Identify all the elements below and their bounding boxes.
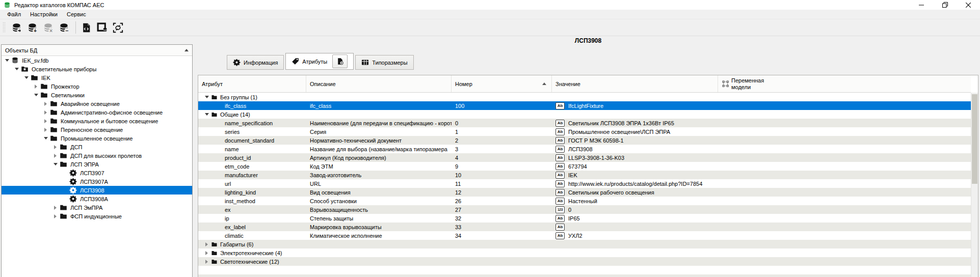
attribute-group-row[interactable]: Электротехнические (4) xyxy=(198,248,971,257)
attribute-row[interactable]: etm_codeКод ЭТМ9Ab673794 xyxy=(198,162,971,171)
database-gray-button[interactable]: × xyxy=(41,20,56,35)
tree-expander[interactable] xyxy=(52,154,59,158)
tree-item[interactable]: Аварийное освещение xyxy=(2,99,192,108)
close-button[interactable] xyxy=(957,0,980,10)
document-arrows-button[interactable] xyxy=(79,20,94,35)
text-type-icon: Ab xyxy=(555,189,565,196)
database-arrow-button[interactable] xyxy=(9,20,24,35)
group-expander[interactable] xyxy=(203,251,210,255)
tree-expander[interactable] xyxy=(52,214,59,218)
tree-expander[interactable] xyxy=(42,110,49,115)
tree-expander[interactable] xyxy=(13,68,20,70)
tree-item[interactable]: Переносное освещение xyxy=(2,125,192,134)
attribute-row[interactable]: ex_labelМаркировка взрывозащиты33Ab xyxy=(198,223,971,231)
attribute-group-row[interactable]: Без группы (1) xyxy=(198,93,971,101)
group-expander[interactable] xyxy=(203,242,210,246)
attribute-row[interactable]: exВзрывозащищенность271230 xyxy=(198,205,971,214)
vertical-scrollbar[interactable] xyxy=(971,93,978,277)
menu-item-0[interactable]: Файл xyxy=(3,10,25,18)
attribute-row[interactable]: document_standardНормативно-технический … xyxy=(198,136,971,145)
tree-item[interactable]: Осветительные приборы xyxy=(2,65,192,73)
tab-attributes[interactable]: Атрибуты xyxy=(285,53,354,70)
tree-item-label: ФСП индукционные xyxy=(70,213,122,219)
attribute-value-cell: AbIfcLightFixture xyxy=(552,101,718,110)
expanded-arrow-icon xyxy=(54,163,58,165)
column-header-attr[interactable]: Атрибут xyxy=(198,75,306,92)
attribute-group-row[interactable]: Общие (14) xyxy=(198,110,971,119)
attribute-row[interactable]: lighting_kindВид освещения12AbСветильник… xyxy=(198,188,971,197)
tree-item[interactable]: Промышленное освещение xyxy=(2,134,192,143)
attribute-preview-button[interactable] xyxy=(332,54,348,68)
tree-item[interactable]: ЛСП3907 xyxy=(2,169,192,177)
tree-expander[interactable] xyxy=(33,85,39,89)
attribute-row[interactable]: product_idАртикул (Код производителя)4Ab… xyxy=(198,153,971,162)
restore-button[interactable] xyxy=(933,0,957,10)
tree-item[interactable]: Административно-офисное освещение xyxy=(2,108,192,117)
tree-expander[interactable] xyxy=(4,59,10,62)
tree-item[interactable]: Прожектор xyxy=(2,82,192,91)
database-minus-button[interactable]: − xyxy=(57,20,71,35)
tree-item[interactable]: ДСП для высоких пролетов xyxy=(2,151,192,160)
attribute-name-cell: ip xyxy=(198,214,306,223)
minimize-button[interactable] xyxy=(910,0,933,10)
collapsed-arrow-icon xyxy=(44,128,47,132)
group-label: Без группы (1) xyxy=(220,94,257,100)
tab-typesizes[interactable]: Типоразмеры xyxy=(355,55,413,70)
tree-expander[interactable] xyxy=(52,145,59,149)
database-plus-button[interactable]: + xyxy=(25,20,40,35)
tree-expander[interactable] xyxy=(42,137,49,140)
tree-item[interactable]: Коммунальное и бытовое освещение xyxy=(2,117,192,125)
attribute-row[interactable]: climaticКлиматическое исполнение34AbУХЛ2 xyxy=(198,231,971,240)
tree-item[interactable]: IEK xyxy=(2,73,192,82)
attribute-row[interactable]: seriesСерия1AbПромышленное освещение\ЛСП… xyxy=(198,127,971,136)
toolbar-drag-handle[interactable] xyxy=(3,22,5,33)
tree-item[interactable]: ЛСП3908А xyxy=(2,195,192,203)
db-objects-panel: Объекты БД IEK_sv.fdbОсветительные прибо… xyxy=(1,44,193,277)
tree-expander[interactable] xyxy=(52,206,59,210)
attribute-group-row[interactable]: Светотехнические (12) xyxy=(198,257,971,266)
attribute-row[interactable]: urlURL11Abhttp://www.iek.ru/products/cat… xyxy=(198,179,971,188)
attribute-row[interactable]: ipСтепень защиты32AbIP65 xyxy=(198,214,971,223)
tree-expander[interactable] xyxy=(42,102,49,106)
attribute-row-selected[interactable]: ifc_classifc_class100AbIfcLightFixture xyxy=(198,101,971,110)
attribute-row[interactable]: manufacturerЗавод-изготовитель10AbIEK xyxy=(198,171,971,179)
tree-expander[interactable] xyxy=(23,76,30,79)
tree-expander[interactable] xyxy=(33,94,39,96)
gear-icon xyxy=(69,178,77,185)
group-expander[interactable] xyxy=(203,260,210,264)
menu-item-1[interactable]: Настройки xyxy=(25,10,62,18)
tree-expander[interactable] xyxy=(52,163,59,165)
attribute-value-text: 0 xyxy=(568,207,571,213)
tree-item[interactable]: ДСП xyxy=(2,143,192,151)
group-expander[interactable] xyxy=(203,96,210,98)
attribute-value-cell: AbГОСТ Р МЭК 60598-1 xyxy=(552,136,718,145)
expanded-arrow-icon xyxy=(44,137,48,140)
column-header-num[interactable]: Номер xyxy=(452,75,552,92)
tree-item[interactable]: IEK_sv.fdb xyxy=(2,56,192,65)
tree-header[interactable]: Объекты БД xyxy=(2,45,192,56)
column-header-value[interactable]: Значение xyxy=(552,75,718,92)
tree-item[interactable]: ЛСП ЭмПРА xyxy=(2,203,192,212)
column-header-var[interactable]: Переменная модели xyxy=(718,75,971,92)
scrollbar-thumb[interactable] xyxy=(972,94,977,184)
attribute-row[interactable]: name_specificationНаименование (для пере… xyxy=(198,119,971,127)
tree-expander[interactable] xyxy=(42,128,49,132)
frame-refresh-button[interactable] xyxy=(111,20,125,35)
tree-item[interactable]: Светильники xyxy=(2,91,192,99)
group-expander[interactable] xyxy=(203,113,210,116)
attribute-group-row[interactable]: Габариты (6) xyxy=(198,240,971,248)
frame-database-button[interactable] xyxy=(95,20,110,35)
tab-information[interactable]: Информация xyxy=(227,55,284,70)
scroll-up-icon[interactable] xyxy=(184,49,189,51)
tree-expander[interactable] xyxy=(42,119,49,123)
tree-item[interactable]: ЛСП3907А xyxy=(2,177,192,186)
attribute-row[interactable]: nameНазвание для выбора (название/марка … xyxy=(198,145,971,153)
tree-item-label: Осветительные приборы xyxy=(32,66,96,72)
attribute-row[interactable]: inst_methodСпособ установки26AbНастенный xyxy=(198,197,971,205)
tree-item[interactable]: ФСП индукционные xyxy=(2,212,192,220)
column-header-desc[interactable]: Описание xyxy=(306,75,452,92)
tree-item-selected[interactable]: ЛСП3908 xyxy=(2,186,192,195)
attribute-value-cell: Ab673794 xyxy=(552,162,718,171)
tree-item[interactable]: ЛСП ЭПРА xyxy=(2,160,192,169)
menu-item-2[interactable]: Сервис xyxy=(62,10,91,18)
